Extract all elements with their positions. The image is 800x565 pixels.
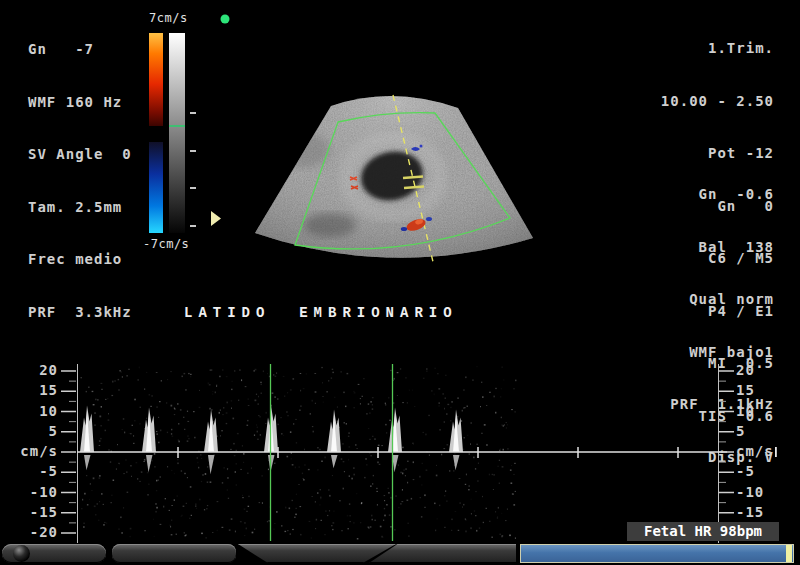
spectral-waveform-beats [80,405,463,474]
spectral-axis-label: 5 [0,423,58,439]
control-segment-trackball[interactable] [2,544,106,563]
spectral-axis-label: -10 [736,484,798,500]
sample-gate-lower[interactable] [404,187,424,189]
spectral-axis-label: 10 [736,403,798,419]
ultrasound-screen: Gn -7 WMF 160 Hz SV Angle 0 Tam. 2.5mm F… [0,0,800,565]
spectral-axis-label: cm/s [0,443,58,459]
cine-position-marker [786,545,792,562]
image-graphics-layer [0,0,800,565]
fetal-hr-badge: Fetal HR 98bpm [627,522,779,541]
control-segment-2[interactable] [112,544,236,563]
spectral-axis-label: -15 [0,504,58,520]
spectral-axis-label: 15 [0,382,58,398]
focus-marker-icon [211,211,221,226]
trackball-knob-icon [13,545,30,562]
spectral-axis-label: -20 [0,524,58,540]
spectral-axis-label: 15 [736,382,798,398]
spectral-display [61,364,777,544]
spectral-axis-label: 20 [0,362,58,378]
spectral-axis-label: 5 [736,423,798,439]
sample-gate-upper[interactable] [403,177,423,179]
bmode-fan-image [240,75,566,290]
bottom-control-bar [0,543,800,565]
spectral-axis-label: -10 [0,484,58,500]
spectral-axis-label: cm/s [736,443,798,459]
cine-progress-bar[interactable] [520,544,794,563]
control-segment-3[interactable] [238,544,396,563]
spectral-axis-label: -15 [736,504,798,520]
spectral-axis-label: 10 [0,403,58,419]
orientation-dot-icon [221,15,230,24]
spectral-axis-label: -5 [736,463,798,479]
spectral-axis-label: 20 [736,362,798,378]
spectral-axis-label: -5 [0,463,58,479]
